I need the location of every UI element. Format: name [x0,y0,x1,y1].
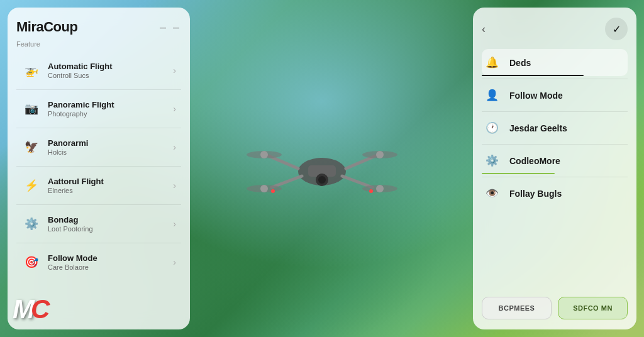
right-menu-item-1[interactable]: 🔔 Deds [482,49,628,76]
svg-point-15 [376,185,384,192]
menu-sublabel-2: Photography [48,110,173,118]
left-panel: MiraCoup – – Feature 🚁 Automatic Flight … [8,8,190,329]
menu-text-1: Automatic Flight Controll Sucs [48,62,173,80]
menu-icon-4: ⚡ [21,175,42,196]
menu-sublabel-6: Care Bolaore [48,263,173,271]
right-menu-icon-2: 👤 [486,89,503,102]
right-menu-label-2: Follow Mode [509,91,563,101]
menu-arrow-3: › [173,142,176,152]
menu-label-5: Bondag [48,215,173,226]
green-line-4 [482,173,555,175]
menu-icon-3: 🦅 [21,137,42,157]
menu-icon-2: 📷 [21,99,42,119]
divider-4 [16,204,181,205]
back-button[interactable]: ‹ [482,23,486,36]
footer-btn-2[interactable]: SDFCO MN [558,297,628,319]
right-menu-item-5[interactable]: 👁️ Follay Bugls [482,180,628,207]
divider-2 [16,128,181,128]
footer-btn-1[interactable]: BCPMEES [482,297,552,319]
right-menu-item-3[interactable]: 🕐 Jesdar Geelts [482,114,628,141]
right-menu-label-1: Deds [509,58,531,68]
logo-c: C [31,294,50,324]
svg-point-3 [318,176,326,184]
menu-arrow-1: › [173,65,176,75]
menu-label-2: Panoramic Flight [48,100,173,111]
divider-3 [16,166,181,167]
svg-line-6 [272,176,302,187]
left-menu-item-5[interactable]: ⚙️ Bondag Loot Pootoring › [16,207,181,240]
left-menu-item-3[interactable]: 🦅 Panorarmi Holcis › [16,131,181,163]
menu-text-3: Panorarmi Holcis [48,138,173,157]
shield-icon[interactable]: ✓ [605,18,628,40]
menu-icon-1: 🚁 [21,60,42,80]
menu-arrow-2: › [173,104,176,114]
menu-sublabel-4: Elneries [48,187,173,194]
menu-sublabel-3: Holcis [48,148,173,156]
right-menu-label-3: Jesdar Geelts [509,123,567,133]
app-title: MiraCoup [16,19,77,35]
left-menu-item-1[interactable]: 🚁 Automatic Flight Controll Sucs › [16,54,181,87]
right-menu-icon-5: 👁️ [486,187,503,200]
right-menu: 🔔 Deds 👤 Follow Mode 🕐 Jesdar Geelts ⚙️ … [482,49,628,207]
svg-line-7 [342,176,372,187]
menu-text-4: Aattorul Flight Elneries [48,177,173,195]
right-divider-4 [482,177,628,177]
left-menu-item-4[interactable]: ⚡ Aattorul Flight Elneries › [16,169,181,202]
menu-sublabel-1: Controll Sucs [48,72,173,79]
right-panel-header: ‹ ✓ [482,18,628,40]
right-menu-icon-3: 🕐 [486,121,503,135]
svg-point-12 [260,151,268,158]
svg-point-13 [376,151,384,158]
right-panel: ‹ ✓ 🔔 Deds 👤 Follow Mode 🕐 Jesdar Geelts… [473,8,636,329]
left-menu-item-6[interactable]: 🎯 Follow Mode Care Bolaore › [16,246,181,279]
panel-dash: – – [160,21,181,34]
svg-point-16 [271,189,275,193]
right-divider-1 [482,79,628,79]
right-menu-icon-4: ⚙️ [486,154,503,167]
logo-watermark: M C [13,294,50,324]
menu-icon-5: ⚙️ [21,214,42,234]
right-menu-item-4[interactable]: ⚙️ CodleoMore [482,147,628,174]
menu-text-2: Panoramic Flight Photography [48,100,173,118]
menu-label-4: Aattorul Flight [48,177,173,187]
menu-arrow-6: › [173,257,176,267]
left-menu-item-2[interactable]: 📷 Panoramic Flight Photography › [16,92,181,125]
right-divider-2 [482,111,628,112]
right-panel-footer: BCPMEESSDFCO MN [482,297,628,319]
panel-header: MiraCoup – – [16,19,181,35]
menu-text-6: Follow Mode Care Bolaore [48,253,173,272]
menu-label-1: Automatic Flight [48,62,173,72]
right-menu-item-2[interactable]: 👤 Follow Mode [482,82,628,109]
menu-text-5: Bondag Loot Pootoring [48,215,173,233]
left-menu: 🚁 Automatic Flight Controll Sucs › 📷 Pan… [16,54,181,281]
svg-point-14 [260,185,268,192]
right-divider-3 [482,144,628,145]
active-line-1 [482,75,584,77]
menu-sublabel-5: Loot Pootoring [48,225,173,233]
menu-label-3: Panorarmi [48,138,173,149]
right-menu-label-5: Follay Bugls [509,189,562,199]
menu-arrow-5: › [173,219,176,229]
menu-arrow-4: › [173,180,176,191]
right-menu-label-4: CodleoMore [509,156,560,166]
drone-illustration [234,112,410,225]
section-label: Feature [16,40,181,48]
menu-icon-6: 🎯 [21,252,42,272]
right-menu-icon-1: 🔔 [486,56,503,69]
menu-label-6: Follow Mode [48,253,173,264]
divider-5 [16,243,181,243]
svg-point-17 [369,189,373,193]
divider-1 [16,89,181,90]
